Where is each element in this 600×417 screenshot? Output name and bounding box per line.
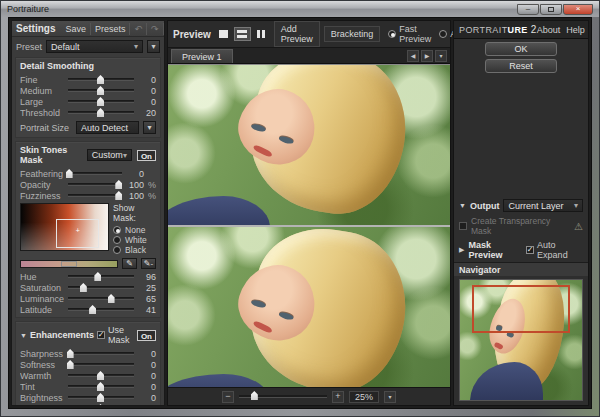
slider-thumb[interactable] (115, 191, 122, 200)
bracketing-button[interactable]: Bracketing (324, 26, 381, 42)
slider-thumb[interactable] (97, 108, 104, 117)
tab-menu-icon[interactable]: ▾ (435, 50, 447, 62)
shoulder-shape (168, 374, 270, 387)
radio-icon[interactable] (439, 30, 447, 38)
redo-icon[interactable]: ↷ (146, 23, 163, 35)
mask-on-toggle[interactable]: On (137, 150, 156, 161)
slider-thumb[interactable] (67, 349, 74, 358)
slider-track[interactable] (68, 89, 134, 92)
output-target-dropdown[interactable]: Current Layer ▾ (503, 199, 583, 212)
hue-selection[interactable] (61, 261, 77, 267)
radio-icon[interactable] (113, 246, 121, 254)
zoom-slider-track[interactable] (239, 395, 327, 398)
title-bar[interactable]: Portraiture – × (1, 1, 599, 17)
slider-thumb[interactable] (97, 371, 104, 380)
navigator-view-rect[interactable] (472, 285, 570, 333)
slider-track[interactable] (68, 396, 134, 399)
maximize-button[interactable] (540, 4, 562, 15)
slider-thumb[interactable] (97, 97, 104, 106)
single-view-button[interactable] (215, 27, 232, 41)
slider-track[interactable] (68, 352, 134, 355)
use-mask-option[interactable]: ✓ Use Mask (97, 325, 132, 345)
zoom-level-value[interactable]: 25% (349, 391, 379, 403)
split-horizontal-button[interactable] (234, 27, 251, 41)
slider-track[interactable] (68, 111, 134, 114)
zoom-out-button[interactable]: − (222, 391, 234, 403)
preset-list-button[interactable]: ▾ (147, 40, 160, 53)
settings-menu-caret-icon[interactable]: ▾ (163, 23, 165, 35)
slider-track[interactable] (68, 308, 134, 311)
mask-preview-collapse-icon[interactable]: ▶ (459, 246, 464, 254)
minimize-button[interactable]: – (517, 4, 539, 15)
slider-row: Fuzziness 100 % (19, 190, 157, 201)
tab-prev-icon[interactable]: ◀ (407, 50, 419, 62)
zoom-menu-icon[interactable]: ▾ (384, 391, 396, 403)
slider-thumb[interactable] (97, 382, 104, 391)
portrait-size-dropdown[interactable]: Auto Detect (76, 121, 139, 134)
slider-track[interactable] (68, 286, 134, 289)
slider-thumb[interactable] (94, 272, 101, 281)
close-button[interactable]: × (563, 4, 593, 15)
tab-preview-1[interactable]: Preview 1 (171, 49, 233, 63)
slider-track[interactable] (68, 183, 122, 186)
about-link[interactable]: About (537, 25, 561, 35)
tab-next-icon[interactable]: ▶ (421, 50, 433, 62)
slider-thumb[interactable] (97, 393, 104, 402)
left-eye-shape (250, 123, 266, 133)
slider-thumb[interactable] (97, 86, 104, 95)
radio-icon[interactable] (113, 236, 121, 244)
slider-thumb[interactable] (66, 169, 73, 178)
transparency-mask-checkbox[interactable] (459, 222, 467, 230)
slider-track[interactable] (68, 78, 134, 81)
slider-track[interactable] (68, 363, 134, 366)
enhancements-on-toggle[interactable]: On (137, 330, 156, 341)
slider-thumb[interactable] (108, 294, 115, 303)
zoom-slider-thumb[interactable] (251, 391, 258, 400)
slider-track[interactable] (68, 275, 134, 278)
slider-thumb[interactable] (115, 180, 122, 189)
slider-track[interactable] (68, 374, 134, 377)
presets-button[interactable]: Presets (90, 23, 130, 35)
preview-pane-before[interactable] (168, 65, 450, 225)
undo-icon[interactable]: ↶ (129, 23, 146, 35)
portrait-size-caret-button[interactable]: ▾ (143, 121, 156, 134)
slider-thumb[interactable] (97, 404, 104, 406)
slider-track[interactable] (68, 194, 122, 197)
output-collapse-icon[interactable]: ▼ (459, 202, 466, 209)
radio-option[interactable]: Black (113, 245, 156, 255)
radio-icon[interactable] (388, 30, 396, 38)
slider-thumb[interactable] (89, 305, 96, 314)
hue-strip[interactable] (20, 260, 118, 268)
skin-tone-gradient[interactable]: + (20, 203, 109, 251)
radio-option[interactable]: White (113, 235, 156, 245)
add-preview-button[interactable]: Add Preview (274, 21, 320, 47)
zoom-in-button[interactable]: + (332, 391, 344, 403)
slider-thumb[interactable] (80, 283, 87, 292)
use-mask-checkbox[interactable]: ✓ (97, 331, 105, 339)
navigator-thumbnail[interactable] (459, 279, 583, 401)
save-button[interactable]: Save (61, 23, 90, 35)
split-vertical-button[interactable] (253, 27, 270, 41)
preview-pane-after[interactable] (168, 227, 450, 387)
collapse-triangle-icon[interactable]: ▼ (20, 332, 27, 339)
slider-track[interactable] (68, 100, 134, 103)
help-link[interactable]: Help (566, 25, 585, 35)
preset-dropdown[interactable]: Default ▾ (46, 40, 143, 53)
slider-label: Hue (20, 272, 64, 282)
slider-thumb[interactable] (67, 360, 74, 369)
slider-thumb[interactable] (97, 75, 104, 84)
slider-track[interactable] (68, 172, 122, 175)
auto-expand-checkbox[interactable]: ✓ (526, 246, 534, 254)
slider-label: Medium (20, 86, 64, 96)
eyedropper-add-icon[interactable]: ✎ (122, 258, 137, 269)
ok-button[interactable]: OK (485, 42, 557, 56)
auto-expand-option[interactable]: ✓ Auto Expand (526, 240, 583, 260)
slider-track[interactable] (68, 385, 134, 388)
reset-button[interactable]: Reset (485, 59, 557, 73)
mask-mode-dropdown[interactable]: Custom ▾ (87, 149, 132, 161)
slider-track[interactable] (68, 297, 134, 300)
radio-icon[interactable] (113, 226, 121, 234)
eyedropper-subtract-icon[interactable]: ✎- (141, 258, 156, 269)
radio-option[interactable]: Fast Preview (388, 29, 431, 39)
radio-option[interactable]: None (113, 225, 156, 235)
